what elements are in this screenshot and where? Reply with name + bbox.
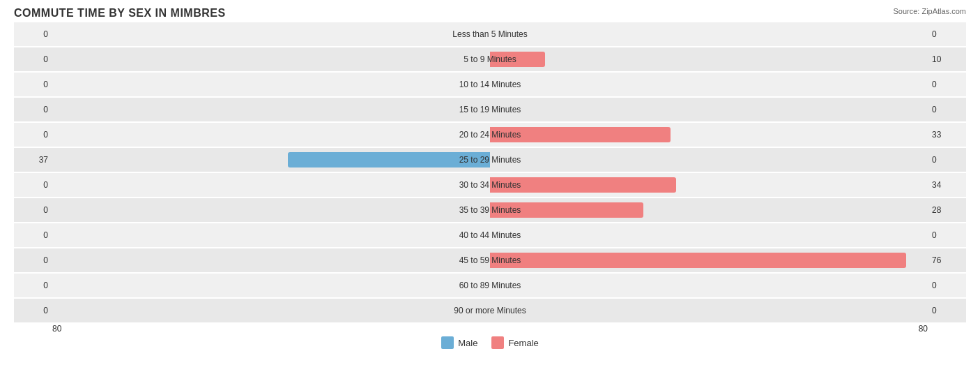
legend-female-label: Female	[508, 338, 538, 348]
bars-center: 10 to 14 Minutes	[52, 73, 928, 96]
chart-title: COMMUTE TIME BY SEX IN MIMBRES	[14, 7, 966, 20]
legend-male: Male	[441, 336, 477, 349]
bars-center: 60 to 89 Minutes	[52, 274, 928, 297]
female-bar	[490, 127, 671, 142]
bar-row: 040 to 44 Minutes0	[14, 223, 966, 247]
bar-row: 3725 to 29 Minutes0	[14, 148, 966, 172]
left-value: 0	[14, 180, 52, 190]
right-value: 0	[928, 281, 966, 290]
right-value: 76	[928, 255, 966, 265]
legend-female: Female	[491, 336, 538, 349]
right-value: 0	[928, 306, 966, 315]
right-value: 0	[928, 80, 966, 89]
male-bar-container	[288, 152, 490, 167]
bar-label: 90 or more Minutes	[454, 306, 526, 315]
right-value: 0	[928, 105, 966, 114]
bars-center: Less than 5 Minutes	[52, 22, 928, 46]
right-value: 34	[928, 180, 966, 190]
bars-center: 20 to 24 Minutes	[52, 123, 928, 147]
left-value: 0	[14, 130, 52, 140]
bar-label: Less than 5 Minutes	[452, 29, 527, 39]
female-bar-container	[490, 177, 676, 193]
female-bar-container	[490, 202, 643, 218]
bar-row: 035 to 39 Minutes28	[14, 198, 966, 222]
female-bar	[490, 202, 643, 218]
left-value: 37	[14, 155, 52, 165]
bar-label: 40 to 44 Minutes	[459, 230, 521, 240]
male-bar	[288, 152, 490, 167]
axis-left: 80	[52, 324, 61, 334]
bars-center: 15 to 19 Minutes	[52, 98, 928, 121]
bar-row: 015 to 19 Minutes0	[14, 98, 966, 121]
left-value: 0	[14, 205, 52, 215]
right-value: 0	[928, 155, 966, 165]
bar-row: 020 to 24 Minutes33	[14, 123, 966, 147]
axis-right: 80	[919, 324, 928, 334]
bar-row: 030 to 34 Minutes34	[14, 173, 966, 197]
legend-female-box	[491, 336, 504, 349]
right-value: 0	[928, 230, 966, 240]
female-bar-container	[490, 127, 671, 142]
legend: Male Female	[14, 336, 966, 349]
bar-label: 15 to 19 Minutes	[459, 105, 521, 114]
female-bar	[490, 253, 906, 268]
female-bar	[490, 52, 545, 67]
chart-area: 0Less than 5 Minutes005 to 9 Minutes1001…	[14, 22, 966, 322]
bar-row: 05 to 9 Minutes10	[14, 47, 966, 71]
left-value: 0	[14, 105, 52, 114]
female-bar-container	[490, 253, 906, 268]
bars-center: 40 to 44 Minutes	[52, 223, 928, 247]
bar-row: 0Less than 5 Minutes0	[14, 22, 966, 46]
female-bar	[490, 177, 676, 193]
left-value: 0	[14, 230, 52, 240]
left-value: 0	[14, 80, 52, 89]
bars-center: 5 to 9 Minutes	[52, 47, 928, 71]
right-value: 28	[928, 205, 966, 215]
right-value: 33	[928, 130, 966, 140]
bars-center: 30 to 34 Minutes	[52, 173, 928, 197]
left-value: 0	[14, 281, 52, 290]
left-value: 0	[14, 29, 52, 39]
legend-male-label: Male	[458, 338, 477, 348]
right-value: 0	[928, 29, 966, 39]
bar-row: 060 to 89 Minutes0	[14, 274, 966, 297]
bar-row: 045 to 59 Minutes76	[14, 248, 966, 272]
left-value: 0	[14, 255, 52, 265]
right-value: 10	[928, 54, 966, 64]
bars-center: 35 to 39 Minutes	[52, 198, 928, 222]
axis-labels: 80 80	[14, 324, 966, 334]
bars-center: 90 or more Minutes	[52, 299, 928, 322]
left-value: 0	[14, 54, 52, 64]
bars-center: 25 to 29 Minutes	[52, 148, 928, 172]
legend-male-box	[441, 336, 454, 349]
bar-label: 60 to 89 Minutes	[459, 281, 521, 290]
bar-label: 10 to 14 Minutes	[459, 80, 521, 89]
chart-container: COMMUTE TIME BY SEX IN MIMBRES Source: Z…	[0, 0, 980, 365]
bar-row: 090 or more Minutes0	[14, 299, 966, 322]
source-text: Source: ZipAtlas.com	[893, 7, 966, 15]
left-value: 0	[14, 306, 52, 315]
bars-center: 45 to 59 Minutes	[52, 248, 928, 272]
bar-row: 010 to 14 Minutes0	[14, 73, 966, 96]
female-bar-container	[490, 52, 545, 67]
